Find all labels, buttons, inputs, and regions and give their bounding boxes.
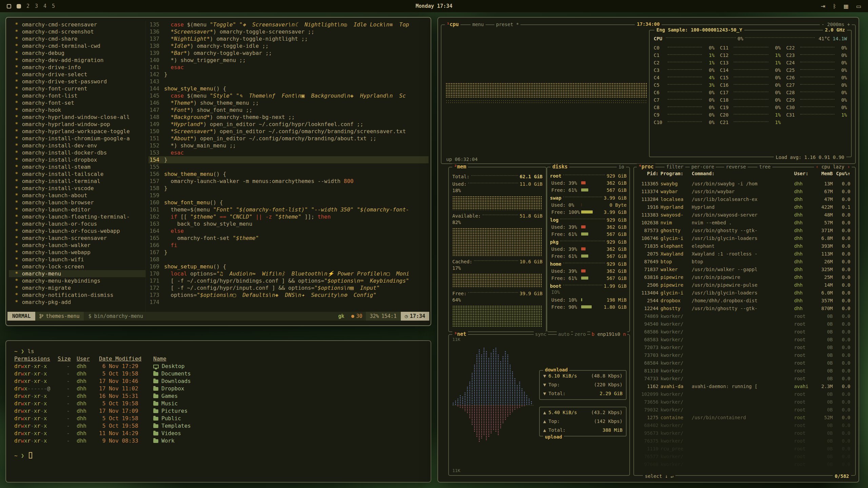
workspace-5[interactable]: 5 — [52, 3, 55, 9]
tree-item[interactable]: *omarchy-launch-webapp — [9, 249, 145, 256]
workspace-icon[interactable] — [7, 4, 11, 8]
proc-header-row[interactable]: Pid: Program: Command: User: MemB Cpu%↑ — [637, 171, 850, 176]
net-sync-toggle[interactable]: sync — [534, 331, 548, 337]
tree-item[interactable]: *omarchy-install-tailscale — [9, 170, 145, 178]
update-interval-control[interactable]: - 2000ms + — [820, 22, 852, 27]
process-row[interactable]: 63816pipewire/usr/bin/pipewiredhh25M0.0 — [637, 273, 850, 281]
tree-item[interactable]: *omarchy-font-current — [9, 85, 145, 92]
tree-item[interactable]: *omarchy-install-dropbox — [9, 156, 145, 163]
tree-item[interactable]: *omarchy-cmd-terminal-cwd — [9, 42, 145, 49]
terminal-window[interactable]: ~❯ls PermissionsSizeUserDate ModifiedNam… — [5, 340, 431, 483]
tree-item[interactable]: *omarchy-hyprland-window-close-all — [9, 114, 145, 121]
tree-item[interactable]: *omarchy-launch-screensaver — [9, 235, 145, 242]
tree-item[interactable]: *omarchy-hyprland-window-pop — [9, 121, 145, 128]
tree-item[interactable]: *omarchy-debug — [9, 49, 145, 57]
process-row[interactable]: 68584kworker/root0B0.0 — [637, 359, 850, 367]
workspace-3[interactable]: 3 — [35, 3, 38, 9]
process-row[interactable]: 73703kworker/root0B0.0 — [637, 351, 850, 359]
process-row[interactable]: 76577kworker/root0B0.0 — [637, 452, 850, 460]
tree-item[interactable]: *omarchy-launch-about — [9, 192, 145, 199]
proc-select-hint[interactable]: select ↓ ↵ — [643, 473, 675, 479]
process-row[interactable]: 76375kworker/root0B0.0 — [637, 437, 850, 445]
process-row[interactable]: 74869kworker/root0B0.0 — [637, 312, 850, 320]
process-row[interactable]: 87573ghostty/usr/bin/ghostty --gtk-dhh37… — [637, 226, 850, 234]
tree-item[interactable]: *omarchy-install-terminal — [9, 178, 145, 185]
cast-icon[interactable]: ⇥ — [821, 3, 825, 9]
cpu-menu-button[interactable]: menu — [471, 22, 486, 27]
process-row[interactable]: 71835elephantelephantdhh393M0.0 — [637, 242, 850, 250]
io-toggle[interactable]: io — [617, 164, 626, 169]
process-row[interactable]: 73656kworker/root0B0.0 — [637, 398, 850, 406]
stats-icon[interactable]: ▦ — [844, 3, 849, 9]
tree-item[interactable]: *omarchy-install-vscode — [9, 185, 145, 192]
proc-sort-mode[interactable]: ‹ cpu lazy › — [814, 164, 852, 169]
tree-item[interactable]: *omarchy-font-list — [9, 92, 145, 99]
process-row[interactable]: 2075XwaylandXwayland :1 -rootless -dhh11… — [637, 250, 850, 258]
process-row[interactable]: 106746glycin-i/usr/lib/glycin-loadersdhh… — [637, 234, 850, 242]
tree-item[interactable]: *omarchy-lock-screen — [9, 263, 145, 270]
process-row[interactable]: 102099kworker/root0B0.0 — [637, 390, 850, 398]
tree-item[interactable]: *omarchy-pkg-add — [9, 299, 145, 306]
process-row[interactable]: 68586kworker/root0B0.0 — [637, 328, 850, 336]
process-row[interactable]: 113383swayosd-/usr/bin/swayosd-serverdhh… — [637, 211, 850, 219]
process-row[interactable]: 81310kworker/root0B0.0 — [637, 367, 850, 374]
process-row[interactable]: 1916HyprlandHyprlanddhh422M0.1 — [637, 203, 850, 211]
battery-icon[interactable]: ▭ — [856, 3, 861, 9]
code-editor[interactable]: 135 case $(menu "Toggle" "❖ Screensaver\… — [149, 21, 429, 312]
tree-item[interactable]: *omarchy-hook — [9, 106, 145, 114]
tree-item[interactable]: *omarchy-launch-floating-terminal- — [9, 213, 145, 220]
net-auto-toggle[interactable]: auto — [557, 331, 571, 337]
tree-item[interactable]: *omarchy-drive-select — [9, 71, 145, 78]
process-row[interactable]: 95673kworker/root0B0.0 — [637, 429, 850, 437]
process-row[interactable]: 2506pipewire/usr/bin/pipewire-pulsedhh14… — [637, 281, 850, 289]
proc-reverse-button[interactable]: reverse — [724, 164, 748, 169]
tree-item[interactable]: *omarchy-menu-keybindings — [9, 277, 145, 284]
process-row[interactable]: 1110rcu_preeroot0B0.0 — [637, 445, 850, 452]
cpu-preset-button[interactable]: preset * — [494, 22, 520, 27]
process-row[interactable]: 113374waybar/usr/bin/waybardhh67M0.0 — [637, 187, 850, 195]
tree-item[interactable]: *omarchy-migrate — [9, 284, 145, 291]
process-row[interactable]: 68402kworker/root0B0.0 — [637, 421, 850, 429]
net-zero-toggle[interactable]: zero — [573, 331, 587, 337]
prompt-line-empty[interactable]: ~❯ — [14, 452, 422, 460]
workspace-active-icon[interactable] — [17, 4, 21, 8]
process-row[interactable]: 97608kworker/root0B0.0 — [637, 460, 850, 468]
tree-item[interactable]: *omarchy-install-dev-env — [9, 142, 145, 149]
tree-item[interactable]: *omarchy-font-set — [9, 99, 145, 106]
file-tree[interactable]: *omarchy-cmd-screensaver*omarchy-cmd-scr… — [9, 21, 146, 312]
process-row[interactable]: 113365swaybg/usr/bin/swaybg -i /homdhh13… — [637, 180, 850, 187]
process-row[interactable]: 74733kworker/root0B0.0 — [637, 374, 850, 382]
process-row[interactable]: 102638nvimnvim --embed .dhh57M0.0 — [637, 219, 850, 226]
process-row[interactable]: 68583kworker/root0B0.0 — [637, 336, 850, 343]
process-row[interactable]: 113404glycin-i/usr/lib/glycin-loadersdhh… — [637, 289, 850, 297]
process-row[interactable]: 1275containe/usr/bin/containerdroot52M0.… — [637, 413, 850, 421]
process-row[interactable]: 113284localsea/usr/lib/localsearch-exdhh… — [637, 195, 850, 203]
tree-item[interactable]: *omarchy-launch-wifi — [9, 256, 145, 263]
tree-item[interactable]: *omarchy-cmd-screensaver — [9, 21, 145, 28]
tree-item[interactable]: *omarchy-drive-set-password — [9, 78, 145, 85]
process-row[interactable]: 2544dropbox/home/dhh/.dropbox-distdhh357… — [637, 297, 850, 304]
tree-item[interactable]: *omarchy-cmd-share — [9, 35, 145, 42]
tree-item[interactable]: *omarchy-install-docker-dbs — [9, 149, 145, 156]
tree-item[interactable]: *omarchy-install-chromium-google-a — [9, 135, 145, 142]
process-row[interactable]: 1162avahi-daavahi-daemon: running [avahi… — [637, 382, 850, 390]
bluetooth-icon[interactable]: ᛒ — [833, 3, 836, 9]
tree-item[interactable]: *omarchy-hyprland-workspace-toggle — [9, 128, 145, 135]
process-row[interactable]: 87649btopbtopdhh26M0.0 — [637, 258, 850, 265]
proc-percore-button[interactable]: per-core — [690, 164, 716, 169]
process-row[interactable]: 72073kworker/root0B0.0 — [637, 343, 850, 351]
workspace-2[interactable]: 2 — [26, 3, 29, 9]
tree-item[interactable]: *omarchy-launch-browser — [9, 199, 145, 206]
tree-item[interactable]: *omarchy-install-steam — [9, 163, 145, 170]
proc-tree-button[interactable]: tree — [757, 164, 772, 169]
tree-item[interactable]: *omarchy-drive-info — [9, 64, 145, 71]
tree-item[interactable]: *omarchy-launch-editor — [9, 206, 145, 213]
tree-item[interactable]: *omarchy-dev-add-migration — [9, 57, 145, 64]
process-row[interactable]: 94540kworker/root0B0.0 — [637, 320, 850, 328]
proc-filter-button[interactable]: filter — [665, 164, 685, 169]
process-row[interactable]: 71837walker/usr/bin/walker --gappldhh325… — [637, 265, 850, 273]
workspace-4[interactable]: 4 — [43, 3, 46, 9]
net-interface-selector[interactable]: b enp191s0 n — [590, 331, 627, 337]
tree-item[interactable]: *omarchy-menu — [9, 270, 145, 277]
tree-item[interactable]: *omarchy-launch-walker — [9, 242, 145, 249]
